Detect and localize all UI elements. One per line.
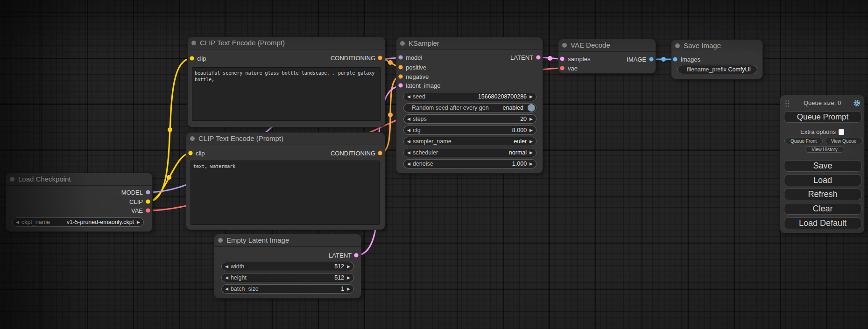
increment-arrow-icon[interactable]: ▶ — [347, 273, 350, 282]
node-clip-text-encode-positive[interactable]: CLIP Text Encode (Prompt) clip CONDITION… — [187, 36, 385, 127]
load-default-button[interactable]: Load Default — [784, 217, 861, 229]
random-seed-toggle[interactable]: Random seed after every gen enabled — [403, 103, 536, 112]
collapse-dot-icon[interactable] — [190, 136, 195, 141]
positive-prompt-textarea[interactable]: beautiful scenery nature glass bottle la… — [192, 67, 381, 121]
increment-arrow-icon[interactable]: ▶ — [347, 262, 350, 271]
decrement-arrow-icon[interactable]: ◀ — [16, 218, 19, 226]
sampler-name-combo[interactable]: ◀ sampler_name euler ▶ — [403, 137, 536, 146]
output-slot-latent[interactable]: LATENT — [214, 252, 361, 260]
increment-arrow-icon[interactable]: ▶ — [529, 126, 533, 134]
decrement-arrow-icon[interactable]: ◀ — [407, 137, 410, 146]
steps-stepper[interactable]: ◀ steps 20 ▶ — [403, 114, 536, 124]
node-title: KSampler — [409, 39, 439, 47]
negative-prompt-textarea[interactable]: text, watermark — [191, 161, 380, 225]
node-title: CLIP Text Encode (Prompt) — [200, 39, 285, 47]
node-title-bar[interactable]: KSampler — [396, 37, 543, 50]
queue-front-button[interactable]: Queue Front — [784, 138, 823, 144]
node-title-bar[interactable]: Save Image — [671, 40, 762, 52]
collapse-dot-icon[interactable] — [10, 177, 14, 182]
decrement-arrow-icon[interactable]: ◀ — [407, 126, 410, 134]
node-clip-text-encode-negative[interactable]: CLIP Text Encode (Prompt) clip CONDITION… — [186, 132, 385, 230]
node-vae-decode[interactable]: VAE Decode samples vae IMAGE — [558, 39, 656, 74]
node-title: Save Image — [684, 42, 721, 49]
collapse-dot-icon[interactable] — [191, 41, 196, 45]
node-empty-latent-image[interactable]: Empty Latent Image LATENT ◀ width 512 ▶ … — [214, 234, 361, 299]
collapse-dot-icon[interactable] — [675, 43, 680, 48]
output-slot-clip[interactable]: CLIP — [6, 198, 152, 206]
extra-options-row: Extra options — [780, 128, 864, 135]
input-slot-latent-image[interactable]: latent_image — [396, 82, 543, 90]
load-button[interactable]: Load — [784, 175, 861, 186]
view-history-button[interactable]: View History — [805, 146, 844, 153]
batch-size-stepper[interactable]: ◀ batch_size 1 ▶ — [221, 284, 354, 294]
extra-options-checkbox[interactable] — [839, 129, 844, 135]
refresh-button[interactable]: Refresh — [784, 189, 861, 200]
queue-prompt-button[interactable]: Queue Prompt — [784, 111, 861, 123]
output-slot-vae[interactable]: VAE — [6, 207, 152, 215]
increment-arrow-icon[interactable]: ▶ — [529, 148, 533, 157]
height-stepper[interactable]: ◀ height 512 ▶ — [221, 273, 354, 282]
decrement-arrow-icon[interactable]: ◀ — [225, 285, 228, 293]
node-title: Load Checkpoint — [18, 175, 71, 183]
output-slot-image[interactable]: IMAGE — [558, 56, 656, 64]
link-clip-to-negative-clip[interactable] — [148, 153, 191, 202]
link-clip-to-positive-clip[interactable] — [148, 58, 192, 202]
node-ksampler[interactable]: KSampler model positive negative latent_… — [396, 37, 543, 174]
scheduler-combo[interactable]: ◀ scheduler normal ▶ — [403, 148, 536, 157]
filename-prefix-field[interactable]: filename_prefix ComfyUI — [677, 65, 757, 74]
node-title-bar[interactable]: CLIP Text Encode (Prompt) — [186, 133, 385, 145]
input-slot-images[interactable]: images — [671, 56, 762, 64]
node-title-bar[interactable]: CLIP Text Encode (Prompt) — [188, 37, 385, 49]
decrement-arrow-icon[interactable]: ◀ — [225, 273, 228, 282]
increment-arrow-icon[interactable]: ▶ — [347, 285, 350, 293]
decrement-arrow-icon[interactable]: ◀ — [407, 92, 410, 101]
comfyui-canvas[interactable]: { "colors": { "model": "#B39DDB", "clip"… — [0, 0, 868, 329]
decrement-arrow-icon[interactable]: ◀ — [225, 262, 228, 271]
increment-arrow-icon[interactable]: ▶ — [137, 218, 140, 226]
output-slot-latent[interactable]: LATENT — [396, 54, 543, 62]
queue-size-label: Queue size: 0 — [780, 98, 864, 108]
node-save-image[interactable]: Save Image images filename_prefix ComfyU… — [671, 39, 763, 79]
increment-arrow-icon[interactable]: ▶ — [529, 92, 533, 101]
queue-menu-panel: Queue size: 0 Queue Prompt Extra options… — [780, 95, 865, 233]
node-title-bar[interactable]: Empty Latent Image — [214, 234, 361, 247]
collapse-dot-icon[interactable] — [400, 41, 405, 46]
queue-panel-header: Queue size: 0 — [780, 98, 864, 108]
node-title: VAE Decode — [571, 41, 610, 49]
seed-stepper[interactable]: ◀ seed 156680208700286 ▶ — [403, 92, 536, 101]
output-slot-conditioning[interactable]: CONDITIONING — [186, 149, 385, 158]
collapse-dot-icon[interactable] — [218, 238, 223, 243]
extra-options-label: Extra options — [800, 128, 836, 135]
node-title-bar[interactable]: Load Checkpoint — [6, 173, 152, 186]
node-title-bar[interactable]: VAE Decode — [558, 39, 656, 52]
node-title: CLIP Text Encode (Prompt) — [198, 134, 283, 142]
save-button[interactable]: Save — [784, 160, 861, 172]
width-stepper[interactable]: ◀ width 512 ▶ — [221, 262, 354, 271]
input-slot-vae[interactable]: vae — [558, 64, 656, 73]
clear-button[interactable]: Clear — [784, 203, 861, 215]
denoise-stepper[interactable]: ◀ denoise 1.000 ▶ — [403, 159, 536, 168]
input-slot-negative[interactable]: negative — [396, 73, 543, 81]
decrement-arrow-icon[interactable]: ◀ — [407, 160, 410, 168]
cfg-stepper[interactable]: ◀ cfg 8.000 ▶ — [403, 126, 536, 135]
view-queue-button[interactable]: View Queue — [825, 138, 863, 144]
decrement-arrow-icon[interactable]: ◀ — [407, 148, 410, 157]
input-slot-positive[interactable]: positive — [396, 63, 543, 72]
ckpt-name-combo[interactable]: ◀ ckpt_name v1-5-pruned-emaonly.ckpt ▶ — [12, 217, 144, 227]
node-load-checkpoint[interactable]: Load Checkpoint MODEL CLIP VAE ◀ ckpt_na… — [6, 173, 153, 232]
gear-icon[interactable] — [853, 99, 861, 108]
increment-arrow-icon[interactable]: ▶ — [529, 137, 533, 146]
output-slot-model[interactable]: MODEL — [6, 189, 152, 197]
increment-arrow-icon[interactable]: ▶ — [529, 160, 533, 168]
increment-arrow-icon[interactable]: ▶ — [529, 115, 533, 123]
node-title: Empty Latent Image — [226, 236, 289, 244]
collapse-dot-icon[interactable] — [562, 43, 567, 48]
output-slot-conditioning[interactable]: CONDITIONING — [188, 54, 385, 63]
decrement-arrow-icon[interactable]: ◀ — [407, 115, 410, 123]
